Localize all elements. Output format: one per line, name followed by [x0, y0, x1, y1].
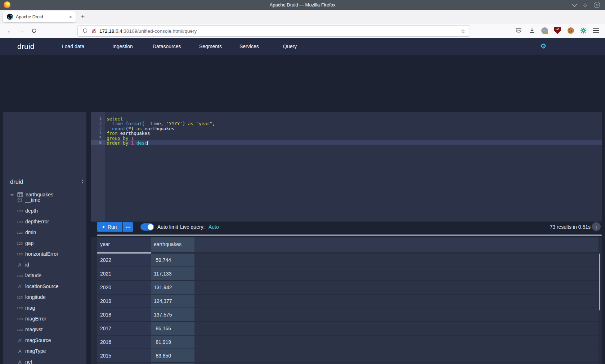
druid-brand[interactable]: druid [17, 38, 35, 55]
tab-title: Apache Druid [16, 14, 69, 19]
cell-year[interactable]: 2016 [97, 336, 151, 349]
settings-gear-icon[interactable]: ⚙ [540, 38, 546, 55]
editor-gutter: 123456 [91, 112, 105, 222]
cell-earthquakes[interactable]: 86,166 [151, 322, 194, 335]
pocket-icon[interactable] [514, 26, 523, 35]
forward-button[interactable]: → [17, 24, 27, 38]
code-line-4[interactable]: from earthquakes [105, 131, 150, 135]
window-title: Apache Druid — Mozilla Firefox [0, 0, 605, 10]
url-bar[interactable]: 172.18.0.4:30109/unified-console.html#qu… [77, 25, 470, 37]
live-query-value[interactable]: Auto [209, 224, 219, 230]
line-number: 1 [91, 116, 102, 121]
tab-close-icon[interactable]: × [69, 14, 72, 20]
sidebar-column-mag[interactable]: 123mag [3, 302, 86, 313]
window-titlebar: Apache Druid — Mozilla Firefox ◇ × [0, 0, 605, 10]
nav-ingestion[interactable]: Ingestion [112, 38, 133, 55]
ublock-origin-icon[interactable]: uO [553, 26, 562, 35]
cell-earthquakes[interactable]: 59,744 [151, 254, 194, 267]
sidebar-column-gap[interactable]: 123gap [3, 238, 86, 249]
window-minimize-button[interactable] [573, 0, 576, 10]
sidebar-column-magError[interactable]: 123magError [3, 313, 86, 324]
cell-earthquakes[interactable]: 137,575 [151, 308, 194, 321]
sidebar-column-locationSource[interactable]: AlocationSource [3, 281, 86, 292]
download-results-button[interactable]: ↓ [592, 222, 601, 231]
reload-button[interactable] [29, 24, 39, 38]
sidebar-column-__time[interactable]: __time [3, 195, 86, 205]
double-caret-icon[interactable]: ▲▼ [81, 179, 84, 184]
sidebar-column-depthError[interactable]: 123depthError [3, 216, 86, 227]
cell-year[interactable]: 2022 [97, 254, 151, 267]
column-header-year[interactable]: year [97, 237, 151, 252]
column-header-earthquakes[interactable]: earthquakes [151, 237, 194, 252]
sql-editor[interactable]: 123456 select time_format(__time, 'YYYY'… [91, 112, 602, 222]
nav-datasources[interactable]: Datasources [153, 38, 181, 55]
cell-year[interactable]: 2021 [97, 267, 151, 280]
clock-icon [17, 197, 22, 203]
run-label: Run [108, 224, 117, 230]
window-close-button[interactable]: × [594, 0, 600, 10]
new-tab-button[interactable]: + [79, 13, 87, 21]
cell-year[interactable]: 2015 [97, 349, 151, 362]
column-label: depthError [25, 219, 49, 224]
run-button[interactable]: Run [97, 222, 122, 232]
code-line-6[interactable]: order by 1 desc [105, 140, 148, 145]
back-button[interactable]: ← [4, 24, 14, 38]
nav-query-label[interactable]: Query [283, 38, 297, 55]
extension-account-icon[interactable] [540, 26, 549, 35]
table-row: 201583,850 [97, 349, 599, 362]
sidebar-column-horizontalError[interactable]: 123horizontalError [3, 249, 86, 259]
sidebar-column-depth[interactable]: 123depth [3, 205, 86, 216]
column-label: __time [25, 197, 40, 203]
nav-services[interactable]: Services [239, 38, 259, 55]
pane-splitter-handle[interactable] [97, 235, 602, 236]
window-maximize-button[interactable]: ◇ [583, 0, 587, 10]
nav-load-data[interactable]: Load data [62, 38, 84, 55]
code-line-5[interactable]: group by 1 [105, 136, 134, 140]
sidebar-column-magSource[interactable]: AmagSource [3, 335, 86, 346]
druid-header: druid Load data Ingestion Datasources Se… [0, 38, 605, 55]
shield-icon[interactable] [82, 28, 88, 34]
sidebar-column-longitude[interactable]: 123longitude [3, 292, 86, 302]
cell-year[interactable]: 2020 [97, 281, 151, 294]
cell-year[interactable]: 2018 [97, 308, 151, 321]
table-row: 201786,166 [97, 322, 599, 335]
code-line-1[interactable]: select [105, 116, 123, 121]
string-type-icon: A [16, 338, 24, 343]
druid-console-page: druid ▲▼ earthquakes __time123depth123de… [0, 55, 605, 364]
cell-year[interactable]: 2019 [97, 295, 151, 308]
run-more-button[interactable]: ••• [123, 222, 133, 232]
number-type-icon: 123 [16, 295, 24, 299]
vertical-scrollbar[interactable] [599, 254, 600, 310]
browser-tab[interactable]: Apache Druid × [3, 11, 76, 22]
sidebar-column-latitude[interactable]: 123latitude [3, 270, 86, 281]
sidebar-column-magNst[interactable]: 123magNst [3, 324, 86, 335]
cell-earthquakes[interactable]: 81,919 [151, 336, 194, 349]
bookmark-star-icon[interactable]: ☆ [461, 28, 466, 35]
menu-hamburger-icon[interactable] [592, 26, 600, 35]
sidebar-column-net[interactable]: Anet [3, 356, 86, 364]
column-label: mag [25, 305, 35, 311]
play-icon [103, 226, 105, 228]
column-label: magType [25, 348, 46, 354]
sidebar-column-magType[interactable]: AmagType [3, 346, 86, 356]
spark-extension-icon[interactable] [579, 26, 588, 35]
code-line-3[interactable]: count(*) as earthquakes [105, 126, 174, 131]
cell-earthquakes[interactable]: 83,850 [151, 349, 194, 362]
results-header-row: year earthquakes [97, 237, 599, 252]
nav-segments[interactable]: Segments [199, 38, 222, 55]
url-host: 172.18.0.4 [99, 28, 122, 34]
cell-earthquakes[interactable]: 124,377 [151, 295, 194, 308]
auto-limit-toggle[interactable] [140, 223, 154, 231]
sidebar-column-dmin[interactable]: 123dmin [3, 227, 86, 238]
schema-name[interactable]: druid [10, 178, 23, 185]
cookie-extension-icon[interactable] [566, 26, 575, 35]
downloads-icon[interactable] [528, 26, 536, 35]
string-type-icon: A [16, 359, 24, 364]
diamond-icon: ◇ [583, 0, 587, 10]
cell-year[interactable]: 2017 [97, 322, 151, 335]
lock-insecure-icon[interactable] [91, 28, 97, 34]
cell-earthquakes[interactable]: 131,942 [151, 281, 194, 294]
sidebar-column-id[interactable]: Aid [3, 259, 86, 270]
cell-earthquakes[interactable]: 117,133 [151, 267, 194, 280]
code-line-2[interactable]: time_format(__time, 'YYYY') as "year", [105, 121, 215, 126]
